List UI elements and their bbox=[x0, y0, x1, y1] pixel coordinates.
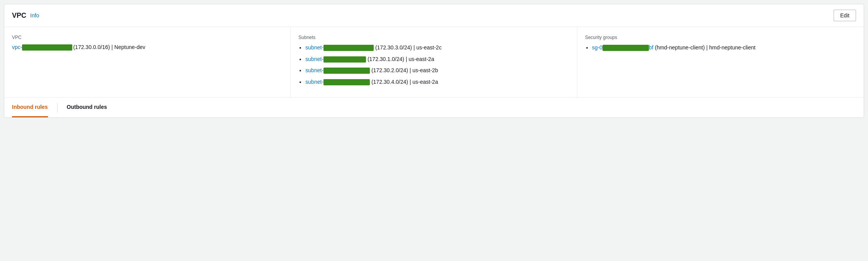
security-groups-section: Security groups sg-0bf (hmd-neptune-clie… bbox=[577, 27, 864, 97]
vpc-entry: vpc- (172.30.0.0/16) | Neptune-dev bbox=[12, 44, 283, 51]
subnet-id-redacted-2 bbox=[323, 56, 366, 63]
panel-title: VPC bbox=[12, 12, 26, 20]
sg-link-1[interactable]: sg-0bf bbox=[592, 44, 655, 51]
subnet-meta-4: (172.30.4.0/24) | us-east-2a bbox=[371, 79, 438, 85]
subnet-list: subnet- (172.30.3.0/24) | us-east-2c sub… bbox=[298, 44, 569, 86]
tab-divider bbox=[57, 103, 58, 112]
subnet-link-4[interactable]: subnet- bbox=[305, 79, 370, 85]
sg-section-label: Security groups bbox=[585, 35, 856, 40]
list-item: subnet- (172.30.1.0/24) | us-east-2a bbox=[305, 56, 569, 63]
content-grid: VPC vpc- (172.30.0.0/16) | Neptune-dev S… bbox=[4, 27, 864, 98]
subnet-id-redacted-4 bbox=[323, 79, 370, 85]
sg-list: sg-0bf (hmd-neptune-client) | hmd-neptun… bbox=[585, 44, 856, 52]
subnet-id-redacted-1 bbox=[323, 45, 374, 51]
list-item: subnet- (172.30.3.0/24) | us-east-2c bbox=[305, 44, 569, 52]
info-link[interactable]: Info bbox=[30, 12, 39, 19]
subnet-id-redacted-3 bbox=[323, 68, 370, 74]
edit-button[interactable]: Edit bbox=[834, 10, 856, 21]
list-item: sg-0bf (hmd-neptune-client) | hmd-neptun… bbox=[592, 44, 856, 52]
tab-outbound-rules[interactable]: Outbound rules bbox=[67, 98, 107, 117]
panel-header: VPC Info Edit bbox=[4, 4, 864, 27]
sg-meta-1: (hmd-neptune-client) | hmd-neptune-clien… bbox=[655, 44, 755, 51]
subnet-meta-3: (172.30.2.0/24) | us-east-2b bbox=[371, 67, 438, 73]
vpc-cidr: (172.30.0.0/16) | Neptune-dev bbox=[73, 44, 145, 50]
tab-inbound-rules[interactable]: Inbound rules bbox=[12, 98, 48, 117]
vpc-section: VPC vpc- (172.30.0.0/16) | Neptune-dev bbox=[4, 27, 291, 97]
vpc-panel: VPC Info Edit VPC vpc- (172.30.0.0/16) |… bbox=[4, 4, 864, 118]
header-left: VPC Info bbox=[12, 12, 39, 20]
tabs-bar: Inbound rules Outbound rules bbox=[4, 98, 864, 117]
list-item: subnet- (172.30.2.0/24) | us-east-2b bbox=[305, 67, 569, 75]
vpc-section-label: VPC bbox=[12, 35, 283, 40]
subnet-meta-1: (172.30.3.0/24) | us-east-2c bbox=[375, 44, 442, 51]
subnet-link-1[interactable]: subnet- bbox=[305, 44, 374, 51]
subnet-link-2[interactable]: subnet- bbox=[305, 56, 366, 62]
vpc-id-redacted bbox=[22, 44, 72, 51]
subnets-section: Subnets subnet- (172.30.3.0/24) | us-eas… bbox=[291, 27, 577, 97]
subnets-section-label: Subnets bbox=[298, 35, 569, 40]
subnet-meta-2: (172.30.1.0/24) | us-east-2a bbox=[368, 56, 434, 62]
sg-id-redacted-1 bbox=[602, 45, 649, 51]
vpc-link[interactable]: vpc- bbox=[12, 44, 72, 51]
subnet-link-3[interactable]: subnet- bbox=[305, 67, 370, 73]
list-item: subnet- (172.30.4.0/24) | us-east-2a bbox=[305, 78, 569, 86]
